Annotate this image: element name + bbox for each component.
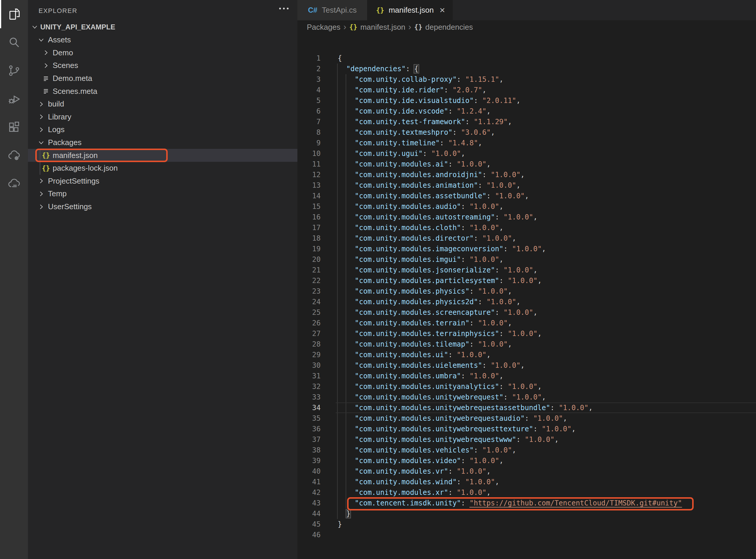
tree-item-build[interactable]: build bbox=[28, 98, 297, 111]
tree-item-temp[interactable]: Temp bbox=[28, 187, 297, 200]
code-line-14: 14 "com.unity.modules.assetbundle": "1.0… bbox=[297, 191, 756, 201]
code-text: "com.unity.modules.director": "1.0.0", bbox=[338, 233, 516, 244]
tree-item-logs[interactable]: Logs bbox=[28, 123, 297, 136]
line-number: 38 bbox=[297, 445, 321, 455]
tab-manifest-json[interactable]: {}manifest.json× bbox=[367, 0, 453, 20]
vscode-window: EXPLORER UNITY_API_EXAMPLEAssetsDemoScen… bbox=[0, 0, 756, 559]
chevron-right-icon bbox=[37, 125, 46, 134]
code-line-41: 41 "com.unity.modules.wind": "1.0.0", bbox=[297, 477, 756, 487]
chevron-right-icon bbox=[37, 112, 46, 121]
code-lines: 1{2 "dependencies": {3 "com.unity.collab… bbox=[297, 53, 756, 540]
tree-item-label: Demo bbox=[28, 48, 73, 58]
json-file-icon: {} bbox=[42, 164, 50, 173]
code-text: "com.unity.modules.video": "1.0.0", bbox=[338, 455, 504, 466]
code-text: "com.unity.modules.animation": "1.0.0", bbox=[338, 180, 520, 191]
code-text: "com.unity.modules.androidjni": "1.0.0", bbox=[338, 170, 525, 180]
code-text: } bbox=[338, 519, 342, 530]
tree-item-demo[interactable]: Demo bbox=[28, 46, 297, 60]
code-line-42: 42 "com.unity.modules.xr": "1.0.0", bbox=[297, 487, 756, 498]
code-line-1: 1{ bbox=[297, 53, 756, 64]
code-text: "com.unity.modules.wind": "1.0.0", bbox=[338, 477, 499, 487]
code-text: "com.unity.modules.unitywebrequestassetb… bbox=[338, 402, 593, 413]
chevron-down-icon bbox=[37, 138, 46, 147]
activity-item-explorer[interactable] bbox=[0, 0, 28, 28]
explorer-sidebar: EXPLORER UNITY_API_EXAMPLEAssetsDemoScen… bbox=[28, 0, 297, 559]
annotation-box-manifest bbox=[35, 149, 168, 162]
code-text: "com.unity.modules.ai": "1.0.0", bbox=[338, 159, 491, 170]
line-number: 28 bbox=[297, 339, 321, 350]
code-text: "com.unity.modules.particlesystem": "1.0… bbox=[338, 275, 542, 286]
line-number: 13 bbox=[297, 180, 321, 191]
line-number: 16 bbox=[297, 212, 321, 222]
line-number: 36 bbox=[297, 424, 321, 434]
code-line-46: 46 bbox=[297, 530, 756, 540]
tree-item-packages-lock-json[interactable]: {}packages-lock.json bbox=[28, 162, 297, 175]
code-line-34: 34 "com.unity.modules.unitywebrequestass… bbox=[297, 402, 756, 413]
line-number: 7 bbox=[297, 116, 321, 127]
line-number: 26 bbox=[297, 318, 321, 328]
code-line-32: 32 "com.unity.modules.unityanalytics": "… bbox=[297, 381, 756, 392]
tree-item-packages[interactable]: Packages bbox=[28, 136, 297, 149]
close-icon[interactable]: × bbox=[439, 5, 445, 16]
chevron-right-icon bbox=[42, 61, 50, 70]
line-number: 6 bbox=[297, 106, 321, 116]
tree-item-assets[interactable]: Assets bbox=[28, 33, 297, 46]
code-line-16: 16 "com.unity.modules.autostreaming": "1… bbox=[297, 212, 756, 222]
code-line-45: 45} bbox=[297, 519, 756, 530]
code-text: "com.unity.modules.unitywebrequestaudio"… bbox=[338, 413, 567, 424]
activity-item-remote-cloud[interactable] bbox=[0, 141, 28, 170]
line-number: 42 bbox=[297, 487, 321, 498]
line-number: 10 bbox=[297, 148, 321, 159]
tree-item-demo-meta[interactable]: Demo.meta bbox=[28, 72, 297, 85]
breadcrumb-segment-manifest-json[interactable]: {}manifest.json bbox=[349, 23, 405, 32]
tree-item-scenes[interactable]: Scenes bbox=[28, 59, 297, 72]
tree-item-label: Logs bbox=[28, 125, 64, 134]
code-text: "com.unity.ide.vscode": "1.2.4", bbox=[338, 106, 491, 116]
tree-item-library[interactable]: Library bbox=[28, 111, 297, 124]
more-actions-icon[interactable] bbox=[279, 8, 289, 9]
code-text: "com.unity.collab-proxy": "1.15.1", bbox=[338, 74, 504, 85]
code-text: "com.unity.timeline": "1.4.8", bbox=[338, 138, 482, 148]
line-number: 11 bbox=[297, 159, 321, 170]
file-lines-icon bbox=[42, 74, 50, 83]
breadcrumb-segment-dependencies[interactable]: {}dependencies bbox=[414, 23, 473, 32]
activity-item-run-debug[interactable] bbox=[0, 85, 28, 113]
code-line-7: 7 "com.unity.test-framework": "1.1.29", bbox=[297, 116, 756, 127]
code-text: "com.unity.modules.unitywebrequesttextur… bbox=[338, 424, 576, 434]
editor[interactable]: 1{2 "dependencies": {3 "com.unity.collab… bbox=[297, 34, 756, 559]
tree-item-usersettings[interactable]: UserSettings bbox=[28, 200, 297, 213]
code-line-12: 12 "com.unity.modules.androidjni": "1.0.… bbox=[297, 170, 756, 180]
activity-item-cloud[interactable] bbox=[0, 170, 28, 198]
breadcrumb-label: Packages bbox=[307, 23, 340, 32]
code-text: "com.unity.modules.physics": "1.0.0", bbox=[338, 286, 512, 296]
code-text: "com.unity.textmeshpro": "3.0.6", bbox=[338, 127, 495, 138]
breadcrumb-segment-packages[interactable]: Packages bbox=[307, 23, 340, 32]
line-number: 3 bbox=[297, 74, 321, 85]
code-line-13: 13 "com.unity.modules.animation": "1.0.0… bbox=[297, 180, 756, 191]
tree-item-label: Packages bbox=[28, 138, 82, 147]
line-number: 2 bbox=[297, 64, 321, 74]
code-line-23: 23 "com.unity.modules.physics": "1.0.0", bbox=[297, 286, 756, 296]
code-line-31: 31 "com.unity.modules.umbra": "1.0.0", bbox=[297, 371, 756, 381]
code-text: "com.unity.modules.imgui": "1.0.0", bbox=[338, 254, 504, 265]
line-number: 45 bbox=[297, 519, 321, 530]
line-number: 41 bbox=[297, 477, 321, 487]
activity-item-extensions[interactable] bbox=[0, 113, 28, 141]
activity-item-source-control[interactable] bbox=[0, 57, 28, 85]
tree-item-projectsettings[interactable]: ProjectSettings bbox=[28, 175, 297, 188]
project-root-row[interactable]: UNITY_API_EXAMPLE bbox=[28, 21, 297, 33]
line-number: 32 bbox=[297, 381, 321, 392]
tab-testapi-cs[interactable]: C#TestApi.cs bbox=[297, 0, 367, 20]
run-debug-icon bbox=[7, 92, 21, 106]
code-text: "com.unity.modules.terrainphysics": "1.0… bbox=[338, 328, 542, 339]
tree-item-scenes-meta[interactable]: Scenes.meta bbox=[28, 85, 297, 98]
activity-item-search[interactable] bbox=[0, 28, 28, 57]
code-text: "com.unity.modules.umbra": "1.0.0", bbox=[338, 371, 504, 381]
chevron-down-icon bbox=[37, 36, 46, 44]
chevron-right-icon bbox=[37, 100, 46, 109]
line-number: 39 bbox=[297, 455, 321, 466]
code-text: "com.unity.modules.unitywebrequestwww": … bbox=[338, 434, 558, 445]
line-number: 46 bbox=[297, 530, 321, 540]
tree-item-label: Scenes bbox=[28, 61, 78, 70]
code-text: "com.unity.modules.vehicles": "1.0.0", bbox=[338, 445, 516, 455]
